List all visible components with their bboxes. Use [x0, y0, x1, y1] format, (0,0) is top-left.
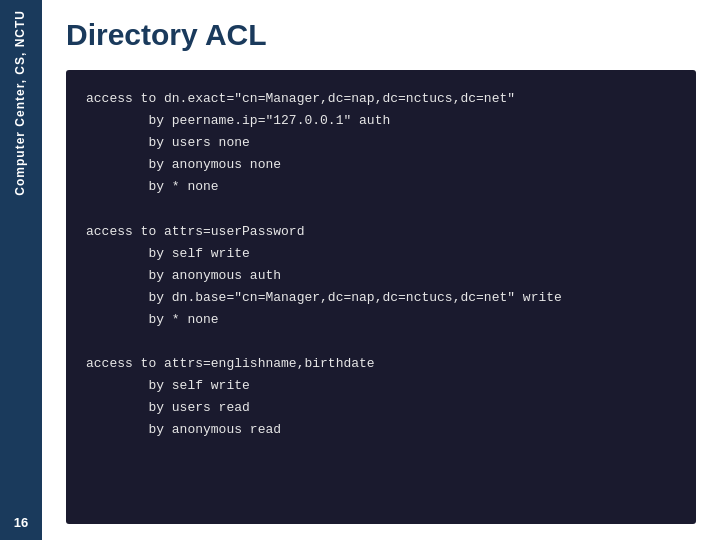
page-title: Directory ACL: [66, 18, 696, 52]
sidebar-organization-label: Computer Center, CS, NCTU: [13, 10, 29, 196]
code-section-1: access to dn.exact="cn=Manager,dc=nap,dc…: [86, 88, 676, 442]
sidebar-page-number: 16: [14, 515, 28, 530]
code-block: access to dn.exact="cn=Manager,dc=nap,dc…: [66, 70, 696, 524]
sidebar: Computer Center, CS, NCTU 16: [0, 0, 42, 540]
main-content: Directory ACL access to dn.exact="cn=Man…: [42, 0, 720, 540]
